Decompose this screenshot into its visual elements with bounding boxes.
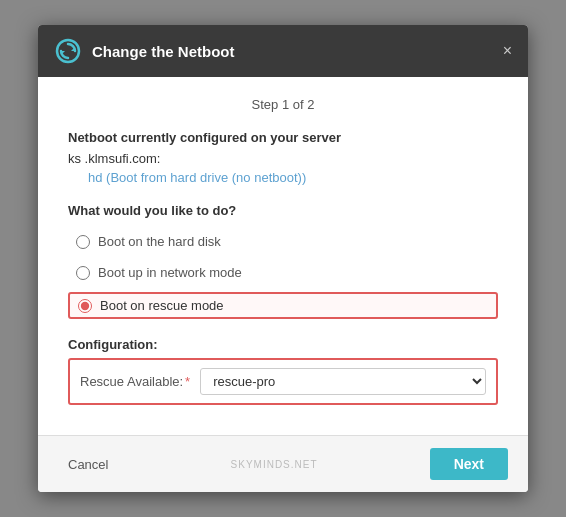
modal-header: Change the Netboot × (38, 25, 528, 77)
radio-option-network[interactable]: Boot up in network mode (68, 261, 498, 284)
change-netboot-modal: Change the Netboot × Step 1 of 2 Netboot… (38, 25, 528, 492)
question-label: What would you like to do? (68, 203, 498, 218)
radio-network-label: Boot up in network mode (98, 265, 242, 280)
rescue-select[interactable]: rescue-pro rescue-standard rescue-minima… (200, 368, 486, 395)
server-section-label: Netboot currently configured on your ser… (68, 130, 498, 145)
config-section-label: Configuration: (68, 337, 498, 352)
close-button[interactable]: × (503, 42, 512, 60)
next-button[interactable]: Next (430, 448, 508, 480)
radio-network[interactable] (76, 266, 90, 280)
config-section: Configuration: Rescue Available:* rescue… (68, 337, 498, 405)
radio-group: Boot on the hard disk Boot up in network… (68, 230, 498, 319)
config-field-label: Rescue Available:* (80, 374, 190, 389)
refresh-icon (54, 37, 82, 65)
radio-harddisk[interactable] (76, 235, 90, 249)
radio-rescue-label: Boot on rescue mode (100, 298, 224, 313)
step-indicator: Step 1 of 2 (68, 97, 498, 112)
radio-rescue[interactable] (78, 299, 92, 313)
radio-option-rescue[interactable]: Boot on rescue mode (68, 292, 498, 319)
modal-body: Step 1 of 2 Netboot currently configured… (38, 77, 528, 435)
radio-option-harddisk[interactable]: Boot on the hard disk (68, 230, 498, 253)
brand-text: SKYMINDS.NET (118, 459, 429, 470)
config-row: Rescue Available:* rescue-pro rescue-sta… (68, 358, 498, 405)
server-value: hd (Boot from hard drive (no netboot)) (88, 170, 498, 185)
cancel-button[interactable]: Cancel (58, 451, 118, 478)
modal-footer: Cancel SKYMINDS.NET Next (38, 435, 528, 492)
radio-harddisk-label: Boot on the hard disk (98, 234, 221, 249)
modal-header-left: Change the Netboot (54, 37, 235, 65)
server-name: ks .klmsufi.com: (68, 151, 498, 166)
modal-title: Change the Netboot (92, 43, 235, 60)
required-star: * (185, 374, 190, 389)
